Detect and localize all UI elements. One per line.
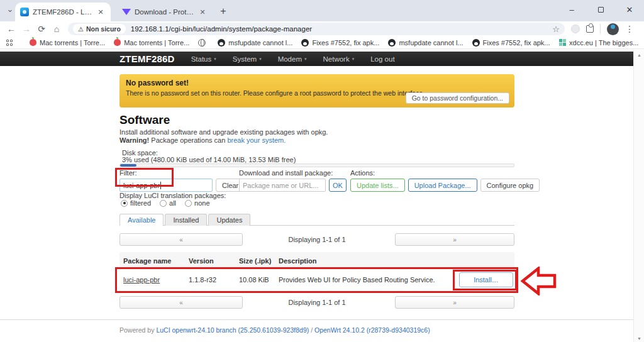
upload-package-button[interactable]: Upload Package...: [408, 179, 477, 192]
bookmark-item[interactable]: Mac torrents | Torre...: [25, 39, 109, 47]
disk-usage-text: 3% used (480.00 KiB used of 14.00 MiB, 1…: [122, 156, 296, 163]
package-name-link[interactable]: luci-app-pbr: [123, 276, 160, 284]
xdcc-icon: [559, 39, 567, 47]
col-description: Description: [279, 257, 317, 265]
profile-avatar[interactable]: [607, 23, 619, 35]
bookmark-star-icon[interactable]: ☆: [552, 25, 560, 34]
software-warning: Warning! Package operations can break yo…: [119, 136, 286, 144]
tab-installed[interactable]: Installed: [165, 214, 207, 226]
tab-available[interactable]: Available: [119, 214, 164, 226]
browser-toolbar: ← → ⟳ ⌂ ⚠ Non sicuro 192.168.1.1/cgi-bin…: [0, 21, 644, 36]
tab-protonvpn[interactable]: Download - Proton VPN ✕: [117, 3, 213, 21]
apple-icon: [114, 39, 121, 46]
github-icon: [301, 39, 309, 47]
next-page-button[interactable]: »: [395, 233, 514, 246]
ok-button[interactable]: OK: [329, 179, 347, 192]
footer: Powered by LuCI openwrt-24.10 branch (25…: [119, 326, 430, 334]
tab-strip: ⌄ ZTEMF286D - LuCI ✕ Download - Proton V…: [0, 0, 644, 21]
software-subtitle: Install additional software and upgrade …: [119, 128, 328, 136]
col-package-name: Package name: [123, 257, 171, 265]
security-chip[interactable]: ⚠ Non sicuro: [73, 24, 126, 34]
filter-input[interactable]: luci-app-pbr: [119, 179, 213, 192]
download-label: Download and install package:: [239, 169, 347, 177]
tab-close-icon[interactable]: ✕: [197, 8, 208, 16]
package-description: Provides Web UI for Policy Based Routing…: [279, 276, 435, 284]
address-bar[interactable]: ⚠ Non sicuro 192.168.1.1/cgi-bin/luci/ad…: [68, 23, 565, 35]
toolbar-right: ⋮: [571, 23, 639, 35]
tab-title: ZTEMF286D - LuCI: [33, 8, 92, 16]
tab-search-chevron-icon[interactable]: ⌄: [4, 4, 16, 16]
install-button[interactable]: Install…: [459, 272, 513, 287]
table-row: luci-app-pbr 1.1.8-r32 10.08 KiB Provide…: [119, 268, 514, 292]
toolbar-divider: [600, 24, 601, 34]
tab-updates[interactable]: Updates: [208, 214, 250, 226]
extensions-icon[interactable]: [586, 25, 594, 33]
update-lists-button[interactable]: Update lists...: [350, 179, 405, 192]
translation-radios: filtered all none: [121, 199, 210, 207]
footer-divider: [0, 319, 633, 320]
globe-icon: [198, 39, 206, 47]
download-group: Download and install package: Package na…: [239, 169, 347, 192]
bookmark-item[interactable]: msfupdate cannot l...: [384, 39, 467, 47]
configure-opkg-button[interactable]: Configure opkg: [480, 179, 540, 192]
radio-all[interactable]: all: [160, 199, 176, 207]
disk-progress-bar: [119, 163, 514, 167]
tab-close-icon[interactable]: ✕: [96, 8, 106, 16]
browser-window: ⌄ ZTEMF286D - LuCI ✕ Download - Proton V…: [0, 0, 644, 342]
security-label: Non sicuro: [86, 25, 121, 33]
url-text: 192.168.1.1/cgi-bin/luci/admin/system/pa…: [131, 25, 553, 33]
minimize-button[interactable]: –: [557, 0, 586, 19]
page-title: Software: [119, 113, 170, 127]
scrollbar[interactable]: ▲ ▼: [633, 50, 644, 342]
openwrt-version-link[interactable]: OpenWrt 24.10.2 (r28739-d9340319c6): [314, 326, 430, 334]
home-icon[interactable]: ⌂: [49, 24, 64, 34]
download-input[interactable]: Package name or URL...: [239, 179, 326, 192]
annotation-arrow-icon: [521, 267, 557, 295]
radio-filtered[interactable]: filtered: [121, 199, 151, 207]
break-system-link[interactable]: break your system.: [227, 136, 286, 144]
back-icon[interactable]: ←: [4, 24, 19, 34]
apple-icon: [30, 39, 36, 46]
reload-icon[interactable]: ⟳: [34, 24, 49, 34]
bookmark-item[interactable]: msfupdate cannot l...: [213, 39, 297, 47]
bookmark-item[interactable]: Mac torrents | Torre...: [109, 39, 194, 47]
close-window-button[interactable]: ✕: [615, 0, 644, 19]
zte-favicon-icon: [20, 8, 29, 16]
luci-version-link[interactable]: LuCI openwrt-24.10 branch (25.250.61039-…: [156, 326, 309, 334]
package-version: 1.1.8-r32: [189, 276, 216, 284]
radio-icon: [160, 200, 167, 207]
window-controls: – ✕: [557, 0, 644, 19]
package-size: 10.08 KiB: [239, 276, 269, 284]
browser-menu-icon[interactable]: ⋮: [625, 24, 639, 34]
forward-icon[interactable]: →: [19, 24, 34, 34]
col-size: Size (.ipk): [239, 257, 271, 265]
extension-action-icon[interactable]: [571, 25, 580, 33]
maximize-button[interactable]: [586, 0, 615, 19]
translation-label: Display LuCI translation packages:: [119, 192, 226, 199]
github-icon: [472, 39, 480, 47]
text-caret: [160, 182, 161, 189]
pagination-bottom: « Displaying 1-1 of 1 »: [119, 296, 514, 309]
software-section: Software Install additional software and…: [119, 50, 514, 342]
bookmark-item[interactable]: [194, 39, 213, 47]
bookmarks-bar: Mac torrents | Torre... Mac torrents | T…: [0, 36, 644, 49]
radio-icon: [121, 200, 128, 207]
package-tabs: Available Installed Updates: [119, 214, 514, 226]
bookmark-item[interactable]: xdcc.eu | The bigges...: [555, 39, 643, 47]
bookmark-item[interactable]: Fixes #7552, fix apk...: [468, 39, 555, 47]
scroll-up-icon[interactable]: ▲: [634, 53, 644, 57]
disk-progress-fill: [120, 164, 136, 167]
tab-luci[interactable]: ZTEMF286D - LuCI ✕: [15, 3, 111, 21]
tab-groups-icon[interactable]: [6, 40, 13, 46]
next-page-button[interactable]: »: [395, 296, 514, 309]
bookmark-item[interactable]: Fixes #7552, fix apk...: [297, 39, 384, 47]
radio-icon: [185, 200, 192, 207]
page-viewport: ZTEMF286D Status▾ System▾ Modem▾ Network…: [0, 50, 644, 342]
pagination-top: « Displaying 1-1 of 1 »: [119, 233, 514, 246]
github-icon: [218, 39, 225, 47]
filter-label: Filter:: [119, 169, 245, 177]
new-tab-button[interactable]: +: [216, 5, 230, 19]
table-header: Package name Version Size (.ipk) Descrip…: [119, 252, 514, 268]
scroll-down-icon[interactable]: ▼: [634, 336, 644, 341]
radio-none[interactable]: none: [185, 199, 209, 207]
